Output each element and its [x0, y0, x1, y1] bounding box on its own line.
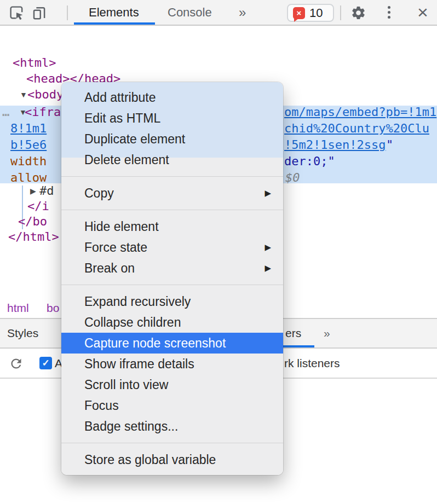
submenu-arrow-icon: ▶ [264, 183, 271, 204]
menu-item-label: Edit as HTML [84, 111, 160, 125]
menu-item-label: Focus [84, 398, 119, 413]
more-tabs-chevron[interactable]: » [239, 0, 246, 25]
inspect-element-icon[interactable] [9, 5, 25, 21]
row-actions-dots[interactable]: … [2, 104, 10, 120]
menu-item-label: Duplicate element [84, 132, 185, 146]
iframe-close-tag-partial[interactable]: </i [27, 198, 49, 215]
menu-item-label: Badge settings... [84, 419, 178, 433]
iframe-open-tag-partial[interactable]: <ifra [25, 104, 61, 120]
menu-item-capture-node-screenshot[interactable]: Capture node screenshot [61, 333, 283, 354]
iframe-src-link-left2[interactable]: 8!1m1 [10, 120, 47, 137]
submenu-arrow-icon: ▶ [264, 237, 271, 258]
menu-item-store-as-global-variable[interactable]: Store as global variable [61, 449, 283, 470]
framework-listeners-label-partial[interactable]: rk listeners [284, 349, 340, 378]
gear-icon[interactable] [350, 5, 366, 21]
menu-separator [61, 210, 283, 210]
more-options-icon[interactable] [388, 6, 390, 19]
iframe-src-close-quote[interactable]: " [386, 137, 393, 153]
menu-item-badge-settings[interactable]: Badge settings... [61, 416, 283, 437]
refresh-icon[interactable] [9, 356, 24, 371]
sidebar-more-tabs-chevron[interactable]: » [324, 319, 330, 347]
menu-separator [61, 176, 283, 177]
menu-item-edit-as-html[interactable]: Edit as HTML [61, 108, 283, 129]
menu-item-delete-element[interactable]: Delete element [61, 149, 283, 170]
menu-item-add-attribute[interactable]: Add attribute [61, 87, 283, 108]
html-close-tag[interactable]: </html> [8, 229, 59, 245]
menu-item-label: Force state [84, 240, 147, 254]
tab-console[interactable]: Console [168, 0, 212, 25]
error-icon: × [293, 7, 305, 19]
tab-elements[interactable]: Elements [89, 0, 139, 25]
iframe-src-link-part3[interactable]: !5m2!1sen!2ssg [284, 137, 386, 153]
menu-item-label: Delete element [84, 153, 169, 167]
error-count-badge[interactable]: × 10 [287, 4, 334, 22]
active-tab-underline [74, 22, 155, 25]
menu-item-label: Expand recursively [84, 294, 191, 309]
menu-item-label: Scroll into view [84, 378, 168, 392]
device-toolbar-icon[interactable] [31, 4, 48, 21]
ancestors-checkbox[interactable]: ✓ [39, 357, 52, 369]
menu-item-break-on[interactable]: Break on▶ [61, 258, 283, 279]
menu-item-label: Break on [84, 261, 135, 275]
devtools-window: Elements Console » × 10 × html bo Styles… [0, 0, 437, 504]
context-menu: Add attributeEdit as HTMLDuplicate eleme… [61, 82, 283, 475]
submenu-arrow-icon: ▶ [264, 258, 271, 279]
menu-item-label: Add attribute [84, 90, 156, 105]
breadcrumb-item-html[interactable]: html [7, 298, 29, 318]
breadcrumb-item-body[interactable]: bo [47, 298, 59, 318]
menu-item-duplicate-element[interactable]: Duplicate element [61, 129, 283, 149]
body-expand-arrow[interactable]: ▼ [20, 86, 27, 103]
menu-item-label: Capture node screenshot [84, 336, 226, 350]
menu-item-force-state[interactable]: Force state▶ [61, 237, 283, 258]
iframe-width-attr[interactable]: width [10, 153, 47, 170]
menu-separator [61, 285, 283, 285]
error-count: 10 [309, 6, 323, 20]
menu-item-focus[interactable]: Focus [61, 395, 283, 416]
toolbar-divider-2 [340, 5, 341, 20]
sidebar-active-tab-underline [281, 345, 314, 347]
menu-item-label: Collapse children [84, 315, 181, 329]
iframe-src-link-part1[interactable]: om/maps/embed?pb=!1m1 [284, 104, 436, 120]
menu-item-label: Store as global variable [84, 453, 216, 467]
menu-item-scroll-into-view[interactable]: Scroll into view [61, 374, 283, 395]
devtools-toolbar: Elements Console » × 10 × [0, 0, 437, 26]
html-open-tag[interactable]: <html> [13, 55, 56, 71]
document-node-partial[interactable]: #d [39, 183, 54, 199]
menu-separator [61, 443, 283, 443]
body-close-tag-partial[interactable]: </bo [18, 213, 47, 230]
iframe-src-link-part2[interactable]: chid%20Country%20Clu [284, 120, 429, 137]
menu-item-copy[interactable]: Copy▶ [61, 183, 283, 204]
toolbar-divider [67, 5, 68, 20]
menu-item-show-iframe-details[interactable]: Show iframe details [61, 354, 283, 374]
tab-styles[interactable]: Styles [7, 319, 38, 347]
tab-event-listeners-partial[interactable]: ers [285, 319, 301, 347]
menu-item-label: Show iframe details [84, 357, 194, 371]
menu-item-label: Copy [84, 186, 114, 200]
iframe-src-link-left3[interactable]: b!5e6 [10, 137, 47, 153]
document-expand-arrow[interactable]: ▶ [30, 183, 36, 199]
menu-item-label: Hide element [84, 219, 159, 234]
equals-dollar-zero[interactable]: $0 [285, 170, 300, 186]
menu-item-collapse-children[interactable]: Collapse children [61, 312, 283, 333]
menu-item-hide-element[interactable]: Hide element [61, 216, 283, 237]
iframe-style-value-part[interactable]: der:0;" [284, 153, 335, 170]
close-icon[interactable]: × [417, 0, 428, 24]
menu-item-expand-recursively[interactable]: Expand recursively [61, 291, 283, 312]
